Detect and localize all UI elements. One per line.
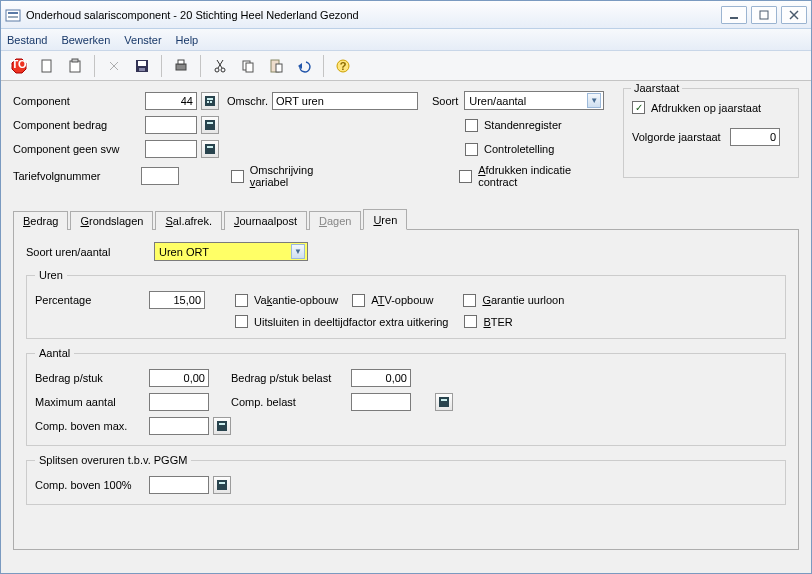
svg-rect-24	[246, 63, 253, 72]
atv-check[interactable]: ATV-opbouw	[352, 294, 433, 307]
bter-check[interactable]: BTER	[464, 315, 512, 328]
help-icon[interactable]: ?	[331, 54, 355, 78]
component-bedrag-label: Component bedrag	[13, 119, 145, 131]
bedrag-pstuk-belast-input[interactable]	[351, 369, 411, 387]
max-aantal-input[interactable]	[149, 393, 209, 411]
bedrag-pstuk-input[interactable]	[149, 369, 209, 387]
component-geen-svw-lookup-icon[interactable]	[201, 140, 219, 158]
stop-icon[interactable]: STOP	[7, 54, 31, 78]
tariefvolg-input[interactable]	[141, 167, 179, 185]
tab-uren[interactable]: Uren	[363, 209, 407, 230]
tab-salafrek[interactable]: Sal.afrek.	[155, 211, 221, 230]
component-input[interactable]	[145, 92, 197, 110]
window-title: Onderhoud salariscomponent - 20 Stichtin…	[26, 9, 717, 21]
afdrukken-jaarstaat-check[interactable]: ✓ Afdrukken op jaarstaat	[632, 101, 790, 114]
svg-rect-9	[42, 60, 51, 72]
comp-boven-max-input[interactable]	[149, 417, 209, 435]
svg-line-20	[218, 60, 223, 68]
checkbox-icon	[465, 143, 478, 156]
checkbox-icon	[464, 315, 477, 328]
svg-rect-18	[178, 60, 184, 64]
volgorde-input[interactable]	[730, 128, 780, 146]
percentage-label: Percentage	[35, 294, 149, 306]
app-icon	[5, 7, 21, 23]
soort-select[interactable]: Uren/aantal ▼	[464, 91, 604, 110]
svg-rect-4	[760, 11, 768, 19]
svg-rect-15	[138, 61, 146, 66]
comp-belast-label: Comp. belast	[231, 396, 351, 408]
component-label: Component	[13, 95, 145, 107]
svg-point-22	[221, 68, 225, 72]
afdrukken-indicatie-label: Afdrukken indicatie contract	[478, 164, 609, 188]
aantal-group: Aantal Bedrag p/stuk Bedrag p/stuk belas…	[26, 347, 786, 446]
undo-icon[interactable]	[292, 54, 316, 78]
content: Component Omschr. Soort Uren/aantal ▼ Co…	[1, 81, 811, 573]
omschr-input[interactable]	[272, 92, 418, 110]
menu-bestand[interactable]: Bestand	[7, 34, 47, 46]
copy-icon[interactable]	[236, 54, 260, 78]
afdrukken-indicatie-check[interactable]: Afdrukken indicatie contract	[459, 164, 609, 188]
comp-boven-100-input[interactable]	[149, 476, 209, 494]
tab-grondslagen[interactable]: Grondslagen	[70, 211, 153, 230]
component-geen-svw-input[interactable]	[145, 140, 197, 158]
cut-icon[interactable]	[208, 54, 232, 78]
controletelling-check[interactable]: Controletelling	[465, 143, 554, 156]
comp-boven-max-label: Comp. boven max.	[35, 420, 149, 432]
atv-label: ATV-opbouw	[371, 294, 433, 306]
maximize-button[interactable]	[751, 6, 777, 24]
svg-rect-31	[207, 98, 213, 100]
tariefvolg-label: Tariefvolgnummer	[13, 170, 141, 182]
component-bedrag-input[interactable]	[145, 116, 197, 134]
menu-venster[interactable]: Venster	[124, 34, 161, 46]
svg-text:STOP: STOP	[10, 58, 28, 70]
new-icon[interactable]	[35, 54, 59, 78]
comp-boven-100-lookup-icon[interactable]	[213, 476, 231, 494]
paste-icon[interactable]	[63, 54, 87, 78]
svg-rect-1	[8, 12, 18, 14]
save-icon[interactable]	[130, 54, 154, 78]
menu-bewerken[interactable]: Bewerken	[61, 34, 110, 46]
soort-uren-label: Soort uren/aantal	[26, 246, 154, 258]
cut2-icon[interactable]	[102, 54, 126, 78]
vakantie-label: Vakantie-opbouw	[254, 294, 338, 306]
uitsluiten-check[interactable]: Uitsluiten in deeltijdfactor extra uitke…	[235, 315, 448, 328]
component-bedrag-lookup-icon[interactable]	[201, 116, 219, 134]
menu-help[interactable]: Help	[176, 34, 199, 46]
comp-belast-input[interactable]	[351, 393, 411, 411]
minimize-button[interactable]	[721, 6, 747, 24]
bter-label: BTER	[483, 316, 512, 328]
tab-bedrag[interactable]: Bedrag	[13, 211, 68, 230]
svg-rect-37	[207, 146, 213, 148]
tab-dagen: Dagen	[309, 211, 361, 230]
component-lookup-icon[interactable]	[201, 92, 219, 110]
svg-rect-38	[439, 397, 449, 407]
print-icon[interactable]	[169, 54, 193, 78]
checkbox-icon	[465, 119, 478, 132]
comp-boven-max-lookup-icon[interactable]	[213, 417, 231, 435]
toolbar: STOP ?	[1, 51, 811, 81]
vakantie-check[interactable]: Vakantie-opbouw	[235, 294, 338, 307]
soort-uren-select[interactable]: Uren ORT ▼	[154, 242, 308, 261]
svg-rect-26	[276, 64, 282, 72]
garantie-check[interactable]: Garantie uurloon	[463, 294, 564, 307]
tab-journaalpost[interactable]: Journaalpost	[224, 211, 307, 230]
checkbox-icon	[459, 170, 472, 183]
standenregister-check[interactable]: Standenregister	[465, 119, 562, 132]
tab-panel-uren: Soort uren/aantal Uren ORT ▼ Uren Percen…	[13, 230, 799, 550]
aantal-group-legend: Aantal	[35, 347, 74, 359]
chevron-down-icon: ▼	[291, 244, 305, 259]
soort-value: Uren/aantal	[469, 95, 526, 107]
svg-rect-34	[205, 120, 215, 130]
chevron-down-icon: ▼	[587, 93, 601, 108]
percentage-input[interactable]	[149, 291, 205, 309]
uren-group-legend: Uren	[35, 269, 67, 281]
component-geen-svw-label: Component geen svw	[13, 143, 145, 155]
soort-label: Soort	[432, 95, 458, 107]
comp-belast-lookup-icon[interactable]	[435, 393, 453, 411]
svg-rect-40	[217, 421, 227, 431]
omschr-label: Omschr.	[227, 95, 268, 107]
pasteboard-icon[interactable]	[264, 54, 288, 78]
omschrijving-variabel-check[interactable]: Omschrijving variabel	[231, 164, 351, 188]
close-button[interactable]	[781, 6, 807, 24]
max-aantal-label: Maximum aantal	[35, 396, 149, 408]
